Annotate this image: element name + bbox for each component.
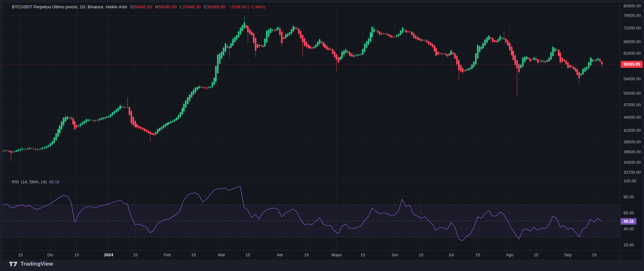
time-tick-label: 2024 xyxy=(104,252,113,258)
time-tick-label: 15 xyxy=(592,252,596,258)
ohlc-close: C 58365.95 xyxy=(204,4,225,9)
indicator-params: (14, SMA, 14) xyxy=(21,179,47,184)
rsi-tick-label: 40.00 xyxy=(624,226,634,232)
time-tick-label: Jul xyxy=(448,252,454,258)
time-tick-label: Jun xyxy=(391,252,398,258)
time-tick-label: 15 xyxy=(360,252,365,258)
price-tick-label: 44000.00 xyxy=(624,115,641,120)
ohlc-high: H 59340.93 xyxy=(155,4,177,9)
price-change: −1156.00 (−1.94%) xyxy=(229,4,265,9)
time-tick-label: 15 xyxy=(191,252,196,258)
price-tick-label: 36500.00 xyxy=(624,149,641,155)
symbol-title[interactable]: BTCUSDT Perpetuo Último precio, 1D, Bina… xyxy=(12,4,127,9)
indicator-legend: RSI (14, SMA, 14) 49.18 xyxy=(12,179,59,184)
price-tick-label: 80000.00 xyxy=(624,3,641,9)
time-tick-label: Sep xyxy=(564,252,572,258)
ohlc-open: O 59340.93 xyxy=(130,4,152,9)
time-tick-label: 15 xyxy=(246,252,250,258)
price-tick-label: 38500.00 xyxy=(624,139,641,145)
time-tick-label: Ago xyxy=(506,252,513,258)
rsi-pane[interactable] xyxy=(3,177,620,251)
time-tick-label: 15 xyxy=(133,252,137,258)
price-tick-label: 54000.00 xyxy=(624,76,641,82)
price-pane[interactable] xyxy=(3,3,620,177)
last-price-badge: 58365.95 xyxy=(621,61,643,68)
tradingview-logo-icon xyxy=(9,261,18,267)
time-axis[interactable] xyxy=(3,251,620,260)
rsi-tick-label: 80.00 xyxy=(624,194,634,200)
price-tick-label: 71000.00 xyxy=(624,25,641,31)
time-tick-label: Mar xyxy=(218,252,225,258)
tradingview-logo-text: TradingView xyxy=(20,261,53,267)
price-tick-label: 34500.00 xyxy=(624,160,641,165)
time-tick-label: 15 xyxy=(419,252,423,258)
time-tick-label: 15 xyxy=(534,252,538,258)
indicator-value: 49.18 xyxy=(49,179,60,184)
price-tick-label: 47000.00 xyxy=(624,102,641,108)
price-tick-label: 62000.00 xyxy=(624,51,641,56)
indicator-title[interactable]: RSI xyxy=(12,179,19,184)
ohlc-low: L 57446.30 xyxy=(180,4,201,9)
time-tick-label: 15 xyxy=(18,252,22,258)
time-tick-label: Mayo xyxy=(332,252,342,258)
rsi-tick-label: 100.00 xyxy=(624,178,636,184)
price-tick-label: 32700.00 xyxy=(624,170,641,175)
time-tick-label: Abr xyxy=(277,252,283,258)
time-tick-label: 15 xyxy=(74,252,79,258)
rsi-value-badge: 49.18 xyxy=(621,218,636,225)
time-tick-label: 15 xyxy=(475,252,480,258)
time-tick-label: Dic xyxy=(47,252,53,258)
price-tick-label: 50000.00 xyxy=(624,91,641,96)
price-tick-label: 76000.00 xyxy=(624,13,641,19)
price-tick-label: 41000.00 xyxy=(624,128,641,133)
tradingview-logo[interactable]: TradingView xyxy=(9,261,53,267)
rsi-tick-label: 20.00 xyxy=(624,242,634,248)
price-tick-label: 66000.00 xyxy=(624,39,641,45)
time-tick-label: 15 xyxy=(304,252,309,258)
symbol-legend: BTCUSDT Perpetuo Último precio, 1D, Bina… xyxy=(12,4,265,10)
tradingview-chart-window: BTCUSDT Perpetuo Último precio, 1D, Bina… xyxy=(0,0,644,271)
rsi-tick-label: 60.00 xyxy=(624,210,634,216)
time-tick-label: Feb xyxy=(164,252,171,258)
